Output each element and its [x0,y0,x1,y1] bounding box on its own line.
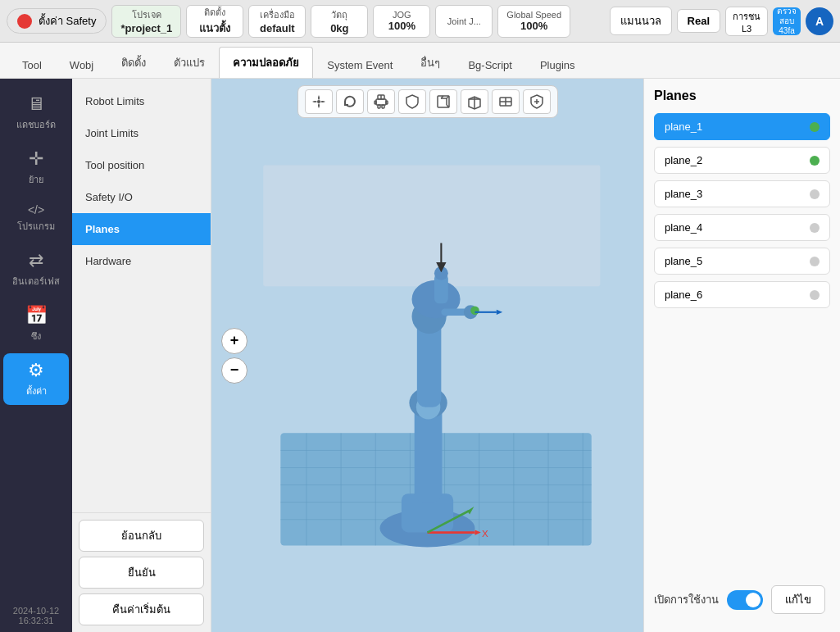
weight-segment[interactable]: วัตถุ 0kg [311,5,368,38]
svg-point-46 [434,266,448,280]
avatar-button[interactable]: A [806,7,833,35]
jog-value: 100% [388,20,415,32]
time-display: 16:32:31 [13,616,59,625]
move-label: ย้าย [29,172,43,187]
check-label: ตรวจสอบ 43fa [773,7,801,36]
safety-label: ตั้งค่า Safety [39,12,96,30]
menu-hardware[interactable]: Hardware [72,245,211,277]
schedule-icon: 📅 [25,305,48,326]
reset-button[interactable]: คืนค่าเริ่มต้น [79,593,204,625]
tab-wobj[interactable]: Wobj [56,52,107,78]
sidebar-item-dashboard[interactable]: 🖥 แดชบอร์ด [3,87,69,139]
project-top-label: โปรเจค [132,7,161,22]
tool-segment[interactable]: เครื่องมือ default [248,5,306,38]
install-label: ติดตั้ง [204,5,225,20]
back-button[interactable]: ย้อนกลับ [79,520,204,552]
tab-bgscript[interactable]: Bg-Script [454,52,525,78]
menu-joint-limits[interactable]: Joint Limits [72,117,211,149]
topbar: ตั้งค่า Safety โปรเจค *project_1 ติดตั้ง… [0,0,840,43]
main-layout: 🖥 แดชบอร์ด ✛ ย้าย </> โปรแกรม ⇄ อินเตอร์… [0,79,840,632]
menu-robot-limits[interactable]: Robot Limits [72,85,211,117]
project-segment[interactable]: โปรเจค *project_1 [111,5,181,38]
menu-planes[interactable]: Planes [72,213,211,245]
plane-item-5[interactable]: plane_5 [654,248,830,275]
plane-4-dot [810,223,820,233]
install-segment[interactable]: ติดตั้ง แนวตั้ง [186,5,243,38]
menu-safety-io[interactable]: Safety I/O [72,181,211,213]
robot-svg: X [211,79,643,632]
safety-button[interactable]: ตั้งค่า Safety [7,8,107,34]
jog-label: JOG [393,10,411,20]
toggle-row: เปิดการใช้งาน แก้ไข [654,585,830,614]
confirm-button[interactable]: ยืนยัน [79,557,204,589]
collision-label: การชน [733,9,761,24]
sidebar-item-settings[interactable]: ⚙ ตั้งค่า [3,353,69,405]
manual-button[interactable]: แมนนวล [610,7,672,35]
plane-item-6[interactable]: plane_6 [654,281,830,308]
settings-label: ตั้งค่า [26,384,47,398]
install-value: แนวตั้ง [199,20,230,37]
tab-tool[interactable]: Tool [8,52,56,78]
tab-plugins[interactable]: Plugins [526,52,589,78]
collision-status: การชน L3 [725,7,768,36]
sidebar-item-move[interactable]: ✛ ย้าย [3,142,69,193]
safety-status-dot [17,14,32,29]
datetime-display: 2024-10-12 16:32:31 [13,606,59,632]
weight-label: วัตถุ [331,7,347,22]
left-sidebar: 🖥 แดชบอร์ด ✛ ย้าย </> โปรแกรม ⇄ อินเตอร์… [0,79,72,632]
plane-2-dot [810,156,820,166]
joint-label: Joint J... [447,16,481,26]
plane-5-dot [810,257,820,266]
tab-other[interactable]: อื่นๆ [406,47,454,78]
robot-scene: X [211,79,643,632]
schedule-label: ซึง [31,329,41,343]
check-icon-btn[interactable]: ตรวจสอบ 43fa [773,7,801,35]
plane-5-label: plane_5 [665,255,702,267]
menu-tool-position[interactable]: Tool position [72,149,211,181]
plane-4-label: plane_4 [665,221,702,234]
sidebar-item-schedule[interactable]: 📅 ซึง [3,298,69,350]
svg-rect-21 [263,166,600,287]
tabs-bar: Tool Wobj ติดตั้ง ตัวแปร ความปลอดภัย Sys… [0,43,840,79]
plane-item-1[interactable]: plane_1 [654,113,830,140]
planes-panel-title: Planes [654,89,830,103]
collision-value: L3 [742,24,751,34]
panel-footer: เปิดการใช้งาน แก้ไข [654,585,830,622]
dashboard-label: แดชบอร์ด [16,117,56,132]
toggle-slider [727,590,763,610]
jog-segment[interactable]: JOG 100% [373,5,430,38]
tab-safety[interactable]: ความปลอดภัย [219,47,313,78]
tab-system[interactable]: System Event [313,52,406,78]
plane-item-3[interactable]: plane_3 [654,180,830,207]
bottom-actions: ย้อนกลับ ยืนยัน คืนค่าเริ่มต้น [72,512,211,632]
plane-6-dot [810,290,820,300]
gspeed-label: Global Speed [506,10,561,20]
interface-label: อินเตอร์เฟส [12,274,60,289]
settings-icon: ⚙ [28,360,44,381]
plane-6-label: plane_6 [665,289,702,301]
tab-variable[interactable]: ตัวแปร [160,47,219,78]
program-icon: </> [28,203,44,216]
zoom-out-button[interactable]: − [221,357,247,384]
middle-menu: Robot Limits Joint Limits Tool position … [72,79,211,512]
right-panel: Planes plane_1 plane_2 plane_3 plane_4 p… [643,79,840,632]
toggle-label: เปิดการใช้งาน [654,591,719,608]
plane-item-4[interactable]: plane_4 [654,214,830,241]
middle-section: Robot Limits Joint Limits Tool position … [72,79,211,632]
plane-3-label: plane_3 [665,188,702,200]
gspeed-segment[interactable]: Global Speed 100% [497,5,570,38]
joint-segment[interactable]: Joint J... [435,5,493,38]
gspeed-value: 100% [520,20,547,32]
real-button[interactable]: Real [677,9,720,33]
sidebar-item-interface[interactable]: ⇄ อินเตอร์เฟส [3,243,69,295]
plane-item-2[interactable]: plane_2 [654,147,830,174]
tab-install[interactable]: ติดตั้ง [107,47,160,78]
edit-button[interactable]: แก้ไข [771,585,825,614]
program-label: โปรแกรม [17,219,55,234]
project-value: *project_1 [120,22,172,34]
enable-toggle[interactable] [727,590,763,610]
date-display: 2024-10-12 [13,606,59,616]
zoom-in-button[interactable]: + [221,328,247,354]
svg-point-55 [470,306,479,315]
sidebar-item-program[interactable]: </> โปรแกรม [3,197,69,240]
